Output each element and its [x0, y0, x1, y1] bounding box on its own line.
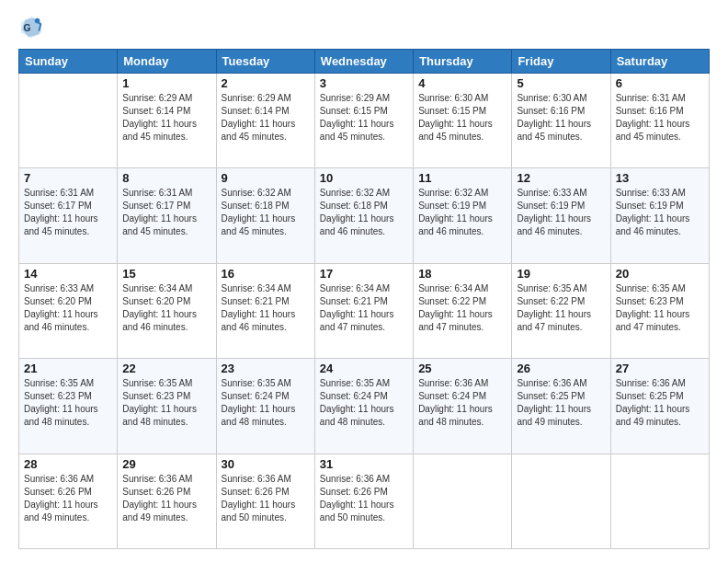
day-number: 3: [320, 76, 408, 90]
calendar-week-row: 28Sunrise: 6:36 AMSunset: 6:26 PMDayligh…: [19, 454, 710, 548]
day-number: 31: [320, 457, 408, 471]
cell-info: Sunrise: 6:34 AMSunset: 6:21 PMDaylight:…: [320, 282, 408, 334]
cell-info: Sunrise: 6:30 AMSunset: 6:15 PMDaylight:…: [418, 92, 506, 144]
calendar-cell: 5Sunrise: 6:30 AMSunset: 6:16 PMDaylight…: [512, 74, 610, 168]
day-number: 28: [24, 457, 112, 471]
cell-info: Sunrise: 6:33 AMSunset: 6:19 PMDaylight:…: [517, 187, 605, 238]
calendar-cell: 14Sunrise: 6:33 AMSunset: 6:20 PMDayligh…: [19, 263, 118, 358]
cell-info: Sunrise: 6:35 AMSunset: 6:22 PMDaylight:…: [517, 282, 605, 334]
calendar-week-row: 7Sunrise: 6:31 AMSunset: 6:17 PMDaylight…: [19, 168, 710, 263]
cell-info: Sunrise: 6:31 AMSunset: 6:17 PMDaylight:…: [24, 187, 112, 238]
calendar-cell: 31Sunrise: 6:36 AMSunset: 6:26 PMDayligh…: [314, 454, 413, 548]
day-number: 22: [122, 362, 210, 375]
day-number: 26: [517, 362, 605, 375]
calendar-week-row: 1Sunrise: 6:29 AMSunset: 6:14 PMDaylight…: [19, 74, 710, 168]
calendar-cell: 2Sunrise: 6:29 AMSunset: 6:14 PMDaylight…: [216, 74, 314, 168]
day-number: 6: [616, 76, 704, 90]
calendar-cell: 1Sunrise: 6:29 AMSunset: 6:14 PMDaylight…: [118, 74, 216, 168]
day-number: 16: [222, 267, 310, 281]
calendar-cell: 26Sunrise: 6:36 AMSunset: 6:25 PMDayligh…: [512, 359, 610, 454]
calendar-cell: 22Sunrise: 6:35 AMSunset: 6:23 PMDayligh…: [118, 359, 216, 454]
cell-info: Sunrise: 6:36 AMSunset: 6:24 PMDaylight:…: [418, 377, 506, 429]
cell-info: Sunrise: 6:35 AMSunset: 6:23 PMDaylight:…: [616, 282, 704, 334]
cell-info: Sunrise: 6:36 AMSunset: 6:25 PMDaylight:…: [517, 377, 605, 429]
calendar-cell: 12Sunrise: 6:33 AMSunset: 6:19 PMDayligh…: [512, 168, 610, 263]
calendar-cell: 17Sunrise: 6:34 AMSunset: 6:21 PMDayligh…: [314, 263, 413, 358]
calendar-cell: 28Sunrise: 6:36 AMSunset: 6:26 PMDayligh…: [19, 454, 118, 548]
day-number: 10: [320, 171, 408, 185]
day-number: 30: [222, 457, 310, 471]
day-number: 24: [320, 362, 408, 375]
calendar-cell: 19Sunrise: 6:35 AMSunset: 6:22 PMDayligh…: [512, 263, 610, 358]
calendar-cell: 10Sunrise: 6:32 AMSunset: 6:18 PMDayligh…: [314, 168, 413, 263]
day-number: 27: [616, 362, 704, 375]
calendar-table: SundayMondayTuesdayWednesdayThursdayFrid…: [18, 49, 710, 549]
weekday-header-friday: Friday: [512, 50, 610, 74]
calendar-cell: 15Sunrise: 6:34 AMSunset: 6:20 PMDayligh…: [118, 263, 216, 358]
cell-info: Sunrise: 6:34 AMSunset: 6:20 PMDaylight:…: [122, 282, 210, 334]
cell-info: Sunrise: 6:31 AMSunset: 6:17 PMDaylight:…: [122, 187, 210, 238]
day-number: 7: [24, 171, 112, 185]
cell-info: Sunrise: 6:29 AMSunset: 6:15 PMDaylight:…: [320, 92, 408, 144]
calendar-cell: 9Sunrise: 6:32 AMSunset: 6:18 PMDaylight…: [216, 168, 314, 263]
page: G SundayMondayTuesdayWednesdayThursdayFr…: [0, 0, 728, 563]
day-number: 17: [320, 267, 408, 281]
calendar-cell: 7Sunrise: 6:31 AMSunset: 6:17 PMDaylight…: [19, 168, 118, 263]
cell-info: Sunrise: 6:32 AMSunset: 6:19 PMDaylight:…: [418, 187, 506, 238]
cell-info: Sunrise: 6:32 AMSunset: 6:18 PMDaylight:…: [222, 187, 310, 238]
cell-info: Sunrise: 6:32 AMSunset: 6:18 PMDaylight:…: [320, 187, 408, 238]
logo-icon: G: [18, 14, 44, 40]
cell-info: Sunrise: 6:35 AMSunset: 6:24 PMDaylight:…: [320, 377, 408, 429]
day-number: 25: [418, 362, 506, 375]
day-number: 20: [616, 267, 704, 281]
day-number: 29: [122, 457, 210, 471]
logo: G: [18, 14, 46, 40]
cell-info: Sunrise: 6:35 AMSunset: 6:23 PMDaylight:…: [24, 377, 112, 429]
day-number: 13: [616, 171, 704, 185]
cell-info: Sunrise: 6:34 AMSunset: 6:21 PMDaylight:…: [222, 282, 310, 334]
svg-point-3: [35, 18, 40, 24]
weekday-header-thursday: Thursday: [414, 50, 512, 74]
calendar-cell: [414, 454, 512, 548]
day-number: 21: [24, 362, 112, 375]
day-number: 14: [24, 267, 112, 281]
cell-info: Sunrise: 6:31 AMSunset: 6:16 PMDaylight:…: [616, 92, 704, 144]
calendar-cell: 13Sunrise: 6:33 AMSunset: 6:19 PMDayligh…: [610, 168, 709, 263]
cell-info: Sunrise: 6:35 AMSunset: 6:24 PMDaylight:…: [222, 377, 310, 429]
calendar-cell: 4Sunrise: 6:30 AMSunset: 6:15 PMDaylight…: [414, 74, 512, 168]
calendar-cell: [19, 74, 118, 168]
day-number: 2: [222, 76, 310, 90]
cell-info: Sunrise: 6:29 AMSunset: 6:14 PMDaylight:…: [222, 92, 310, 144]
weekday-header-sunday: Sunday: [19, 50, 118, 74]
weekday-header-tuesday: Tuesday: [216, 50, 314, 74]
calendar-cell: 25Sunrise: 6:36 AMSunset: 6:24 PMDayligh…: [414, 359, 512, 454]
calendar-cell: 27Sunrise: 6:36 AMSunset: 6:25 PMDayligh…: [610, 359, 709, 454]
weekday-header-monday: Monday: [118, 50, 216, 74]
day-number: 12: [517, 171, 605, 185]
cell-info: Sunrise: 6:36 AMSunset: 6:26 PMDaylight:…: [24, 473, 112, 524]
day-number: 19: [517, 267, 605, 281]
calendar-cell: 3Sunrise: 6:29 AMSunset: 6:15 PMDaylight…: [314, 74, 413, 168]
calendar-cell: 20Sunrise: 6:35 AMSunset: 6:23 PMDayligh…: [610, 263, 709, 358]
cell-info: Sunrise: 6:33 AMSunset: 6:20 PMDaylight:…: [24, 282, 112, 334]
day-number: 8: [122, 171, 210, 185]
calendar-cell: 21Sunrise: 6:35 AMSunset: 6:23 PMDayligh…: [19, 359, 118, 454]
calendar-week-row: 21Sunrise: 6:35 AMSunset: 6:23 PMDayligh…: [19, 359, 710, 454]
weekday-header-saturday: Saturday: [610, 50, 709, 74]
cell-info: Sunrise: 6:36 AMSunset: 6:26 PMDaylight:…: [320, 473, 408, 524]
day-number: 9: [222, 171, 310, 185]
calendar-cell: 29Sunrise: 6:36 AMSunset: 6:26 PMDayligh…: [118, 454, 216, 548]
calendar-cell: 8Sunrise: 6:31 AMSunset: 6:17 PMDaylight…: [118, 168, 216, 263]
calendar-cell: 23Sunrise: 6:35 AMSunset: 6:24 PMDayligh…: [216, 359, 314, 454]
calendar-cell: 11Sunrise: 6:32 AMSunset: 6:19 PMDayligh…: [414, 168, 512, 263]
cell-info: Sunrise: 6:36 AMSunset: 6:26 PMDaylight:…: [122, 473, 210, 524]
day-number: 5: [517, 76, 605, 90]
weekday-header-row: SundayMondayTuesdayWednesdayThursdayFrid…: [19, 50, 710, 74]
day-number: 18: [418, 267, 506, 281]
calendar-week-row: 14Sunrise: 6:33 AMSunset: 6:20 PMDayligh…: [19, 263, 710, 358]
cell-info: Sunrise: 6:29 AMSunset: 6:14 PMDaylight:…: [122, 92, 210, 144]
calendar-cell: 6Sunrise: 6:31 AMSunset: 6:16 PMDaylight…: [610, 74, 709, 168]
calendar-cell: 24Sunrise: 6:35 AMSunset: 6:24 PMDayligh…: [314, 359, 413, 454]
day-number: 1: [122, 76, 210, 90]
cell-info: Sunrise: 6:34 AMSunset: 6:22 PMDaylight:…: [418, 282, 506, 334]
